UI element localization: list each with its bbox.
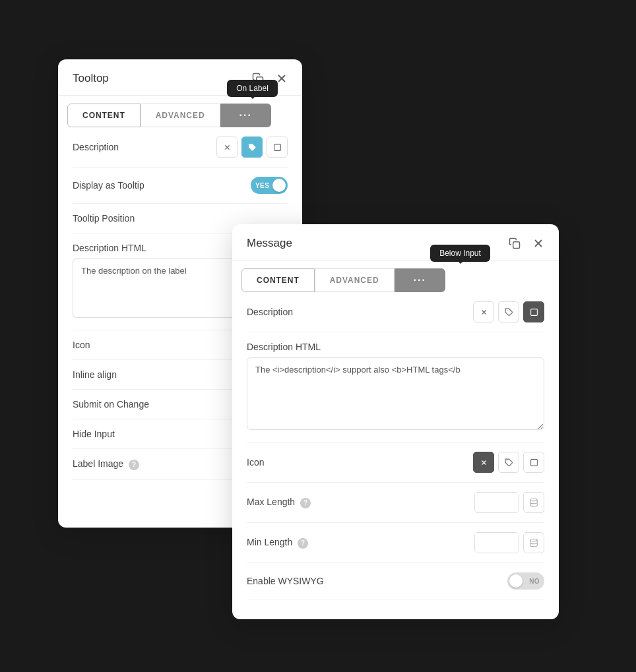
panel2-min-length-input[interactable] [475, 533, 519, 553]
toggle-thumb-no [509, 574, 523, 588]
svg-rect-6 [274, 144, 280, 150]
panel1-tab-third[interactable]: ··· [220, 104, 271, 127]
message-panel: Message CONTENT ADVANCED ··· [232, 224, 559, 619]
panel1-description-clear-btn[interactable] [216, 137, 238, 158]
panel2-icon-square-btn[interactable] [523, 452, 544, 473]
panel1-icon-label: Icon [73, 340, 90, 350]
panel2-description-label: Description [247, 307, 293, 317]
svg-rect-7 [513, 242, 520, 249]
panel2-min-length-label: Min Length ? [247, 537, 308, 549]
panel1-display-tooltip-toggle[interactable]: YES [251, 177, 288, 194]
panel1-label-image-help-icon[interactable]: ? [129, 460, 139, 470]
panel1-label-image-label: Label Image ? [73, 458, 139, 470]
panel2-min-length-row: Min Length ? ▲ ▼ [247, 523, 544, 563]
svg-point-18 [530, 499, 538, 501]
panel2-title: Message [247, 237, 292, 250]
panel1-tab-advanced[interactable]: ADVANCED [141, 104, 220, 127]
panel2-description-row: Description [247, 292, 544, 332]
panel1-submit-change-label: Submit on Change [73, 399, 149, 410]
svg-rect-17 [530, 459, 537, 466]
panel2-min-length-stepper[interactable]: ▲ ▼ [474, 532, 519, 553]
panel2-copy-button[interactable] [507, 236, 522, 251]
panel1-title: Tooltop [73, 72, 109, 85]
panel2-description-controls [473, 301, 544, 322]
panel1-description-controls [216, 137, 288, 158]
panel1-tooltip-position-label: Tooltip Position [73, 213, 135, 224]
panel2-wysiwyg-label: Enable WYSIWYG [247, 576, 324, 586]
svg-rect-13 [530, 309, 537, 315]
panel2-max-length-label: Max Length ? [247, 497, 311, 508]
panel2-max-length-db-btn[interactable] [523, 492, 544, 513]
panel1-display-tooltip-label: Display as Tooltip [73, 180, 144, 191]
panel2-tabs: CONTENT ADVANCED ··· Below Input [232, 260, 559, 292]
panel2-min-length-help-icon[interactable]: ? [298, 538, 308, 549]
toggle-no-label: NO [529, 578, 540, 585]
panel2-max-length-controls: ▲ ▼ [474, 492, 544, 513]
panel1-description-row: Description [73, 127, 288, 168]
panel2-min-length-controls: ▲ ▼ [474, 532, 544, 553]
panel2-max-length-row: Max Length ? ▲ ▼ [247, 483, 544, 523]
panel2-icon-controls [473, 452, 544, 473]
panel2-description-html-wrap: Description HTML The <i>description</i> … [247, 332, 544, 443]
panel2-description-html-textarea[interactable]: The <i>description</i> support also <b>H… [247, 357, 544, 430]
panel2-description-square-btn[interactable] [523, 301, 544, 322]
panel2-max-length-help-icon[interactable]: ? [300, 498, 311, 508]
panel1-description-tag-btn[interactable] [241, 137, 263, 158]
panel1-tab-content[interactable]: CONTENT [67, 104, 141, 127]
toggle-thumb [272, 179, 286, 192]
panel2-icon-label: Icon [247, 457, 264, 468]
panel2-tab-third[interactable]: ··· [395, 268, 445, 292]
panel2-max-length-stepper[interactable]: ▲ ▼ [474, 492, 519, 513]
panel2-min-length-db-btn[interactable] [523, 532, 544, 553]
panel1-hide-input-label: Hide Input [73, 429, 115, 439]
panel2-form: Description [232, 292, 559, 599]
panel2-close-button[interactable] [531, 236, 546, 251]
panel2-description-tag-btn[interactable] [498, 301, 519, 322]
panel1-description-label: Description [73, 142, 119, 152]
panel2-description-clear-btn[interactable] [473, 301, 494, 322]
panel2-header-icons [507, 236, 546, 251]
svg-point-19 [530, 539, 538, 541]
panel2-tab-content[interactable]: CONTENT [241, 268, 315, 292]
panel2-max-length-input[interactable] [475, 493, 519, 512]
panel2-description-html-label: Description HTML [247, 342, 544, 352]
panel2-icon-row: Icon [247, 443, 544, 483]
panel1-inline-align-label: Inline align [73, 369, 117, 380]
panel2-icon-clear-btn[interactable] [473, 452, 494, 473]
panel1-tabs: CONTENT ADVANCED ··· On Label [58, 96, 302, 127]
panel1-display-tooltip-row: Display as Tooltip YES [73, 168, 288, 204]
panel1-description-square-btn[interactable] [267, 137, 288, 158]
panel2-wysiwyg-toggle[interactable]: NO [507, 572, 544, 590]
panel2-tab-advanced[interactable]: ADVANCED [315, 268, 395, 292]
toggle-yes-label: YES [255, 182, 269, 189]
panel2-tooltip-bubble: Below Input [430, 245, 490, 262]
panel1-tooltip-bubble: On Label [227, 80, 278, 97]
panel2-wysiwyg-row: Enable WYSIWYG NO [247, 563, 544, 599]
panel2-header: Message [232, 224, 559, 260]
panel2-icon-tag-btn[interactable] [498, 452, 519, 473]
